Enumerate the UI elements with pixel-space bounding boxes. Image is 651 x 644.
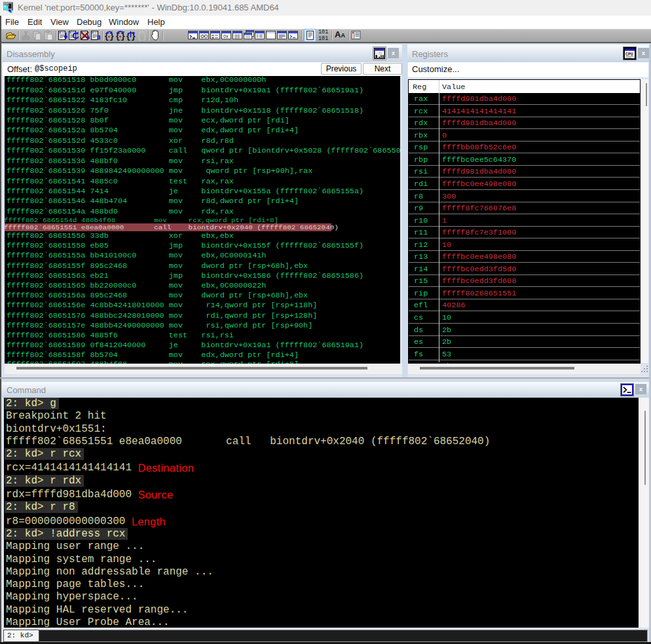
svg-text:CPU: CPU: [625, 52, 633, 57]
svg-text:{}: {}: [137, 31, 147, 41]
svg-text:0x: 0x: [223, 34, 229, 39]
